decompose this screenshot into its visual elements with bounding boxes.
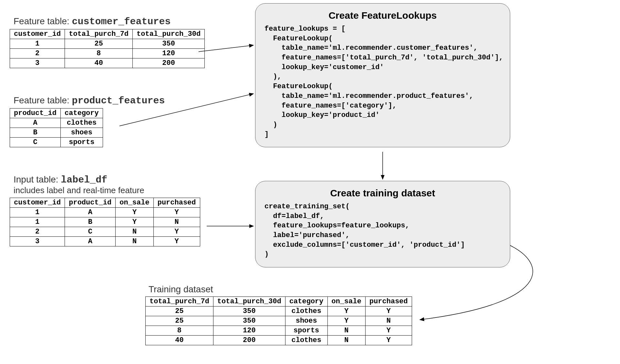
table-row: 3 40 200 [10,58,205,68]
col-header: total_purch_30d [213,297,285,307]
create-training-dataset-title: Create training dataset [264,188,501,199]
col-header: total_purch_7d [146,297,213,307]
label-df-caption: Input table: label_df [14,174,107,185]
col-header: purchased [365,297,412,307]
table-header-row: product_id category [10,109,103,118]
col-header: product_id [65,198,116,208]
customer-features-table: customer_id total_purch_7d total_purch_3… [10,29,205,68]
training-dataset-table: total_purch_7d total_purch_30d category … [145,296,412,345]
table-row: 3 A N Y [10,237,200,246]
col-header: customer_id [10,29,65,39]
table-row: 8 120 sports N Y [146,326,412,336]
table-row: 25 350 clothes Y Y [146,307,412,316]
table-header-row: customer_id product_id on_sale purchased [10,198,200,208]
label-df-subcaption: includes label and real-time feature [14,185,144,195]
product-features-table: product_id category A clothes B shoes C … [10,108,103,147]
label-df-table: customer_id product_id on_sale purchased… [10,198,200,246]
label-df-caption-mono: label_df [61,174,107,185]
table-row: B shoes [10,128,103,138]
product-features-caption-mono: product_features [72,95,165,106]
create-training-dataset-code: create_training_set( df=label_df, featur… [264,202,501,259]
table-row: A clothes [10,118,103,128]
table-row: 1 A Y Y [10,208,200,217]
col-header: on_sale [116,198,153,208]
col-header: purchased [153,198,200,208]
col-header: product_id [10,109,61,118]
col-header: category [61,109,103,118]
create-featurelookups-box: Create FeatureLookups feature_lookups = … [255,3,510,147]
customer-features-caption-prefix: Feature table: [14,16,72,26]
table-row: 40 200 clothes N Y [146,336,412,345]
table-row: 2 8 120 [10,49,205,58]
diagram-stage: Feature table: customer_features custome… [0,0,620,364]
label-df-caption-prefix: Input table: [14,174,61,184]
table-row: 2 C N Y [10,227,200,237]
col-header: customer_id [10,198,65,208]
col-header: total_purch_7d [65,29,133,39]
table-header-row: total_purch_7d total_purch_30d category … [146,297,412,307]
table-row: 25 350 shoes Y N [146,316,412,326]
customer-features-caption-mono: customer_features [72,16,171,27]
col-header: on_sale [327,297,365,307]
customer-features-caption: Feature table: customer_features [14,16,171,27]
create-training-dataset-box: Create training dataset create_training_… [255,181,510,267]
create-featurelookups-title: Create FeatureLookups [264,10,501,21]
training-dataset-caption: Training dataset [149,284,213,295]
product-features-caption: Feature table: product_features [14,95,165,106]
col-header: category [285,297,327,307]
table-header-row: customer_id total_purch_7d total_purch_3… [10,29,205,39]
col-header: total_purch_30d [133,29,205,39]
table-row: 1 B Y N [10,217,200,227]
table-row: 1 25 350 [10,39,205,49]
create-featurelookups-code: feature_lookups = [ FeatureLookup( table… [264,24,501,139]
product-features-caption-prefix: Feature table: [14,95,72,105]
arrow-customer-to-lookups [199,45,253,52]
table-row: C sports [10,138,103,147]
